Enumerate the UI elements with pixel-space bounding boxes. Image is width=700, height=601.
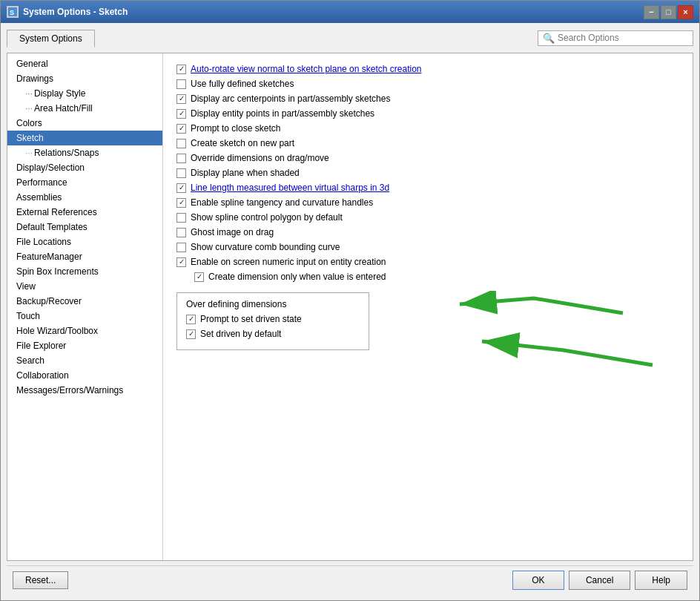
sidebar-item-search[interactable]: Search xyxy=(7,353,162,368)
close-button[interactable]: × xyxy=(678,5,693,19)
option-label-0: Auto-rotate view normal to sketch plane … xyxy=(191,64,422,74)
options-container: Auto-rotate view normal to sketch plane … xyxy=(176,64,679,282)
sidebar-item-hole-wizard[interactable]: Hole Wizard/Toolbox xyxy=(7,324,162,338)
title-bar: S System Options - Sketch − □ × xyxy=(1,1,699,23)
sidebar-item-sketch[interactable]: Sketch xyxy=(7,131,162,145)
option-checkbox-6[interactable] xyxy=(176,154,186,163)
sidebar-item-file-explorer[interactable]: File Explorer xyxy=(7,338,162,353)
option-label-11: Ghost image on drag xyxy=(191,227,274,237)
sidebar-item-drawings[interactable]: Drawings xyxy=(7,71,162,86)
option-label-4: Prompt to close sketch xyxy=(191,123,280,134)
cancel-button[interactable]: Cancel xyxy=(569,571,630,590)
option-checkbox-9[interactable] xyxy=(176,198,186,208)
option-checkbox-4[interactable] xyxy=(176,124,186,134)
search-input[interactable] xyxy=(558,33,684,43)
option-row-4: Prompt to close sketch xyxy=(176,123,679,134)
maximize-button[interactable]: □ xyxy=(661,5,676,19)
option-row-1: Use fully defined sketches xyxy=(176,79,679,89)
sidebar-item-general[interactable]: General xyxy=(7,56,162,71)
search-icon: 🔍 xyxy=(543,33,555,44)
option-row-0: Auto-rotate view normal to sketch plane … xyxy=(176,64,679,74)
main-window: S System Options - Sketch − □ × System O… xyxy=(0,0,700,601)
option-row-7: Display plane when shaded xyxy=(176,168,679,178)
option-label-2: Display arc centerpoints in part/assembl… xyxy=(191,93,390,104)
option-row-13: Enable on screen numeric input on entity… xyxy=(176,257,679,267)
sidebar-item-file-locations[interactable]: File Locations xyxy=(7,234,162,249)
title-controls: − □ × xyxy=(644,5,693,19)
option-label-13: Enable on screen numeric input on entity… xyxy=(191,257,386,267)
sidebar-item-touch[interactable]: Touch xyxy=(7,309,162,324)
option-row-12: Show curvature comb bounding curve xyxy=(176,242,679,252)
option-row-14: Create dimension only when value is ente… xyxy=(194,272,679,282)
sidebar: General Drawings ···Display Style ···Are… xyxy=(7,53,163,560)
sidebar-item-display-selection[interactable]: Display/Selection xyxy=(7,160,162,175)
search-bar: 🔍 xyxy=(538,30,693,46)
sidebar-item-feature-manager[interactable]: FeatureManager xyxy=(7,249,162,264)
over-defining-check-2[interactable] xyxy=(186,329,196,339)
option-row-5: Create sketch on new part xyxy=(176,138,679,148)
sidebar-item-collaboration[interactable]: Collaboration xyxy=(7,368,162,383)
title-bar-left: S System Options - Sketch xyxy=(7,6,128,18)
annotation-arrows xyxy=(445,291,693,439)
reset-button[interactable]: Reset... xyxy=(13,571,68,589)
sidebar-item-spin-box[interactable]: Spin Box Increments xyxy=(7,264,162,279)
option-label-6: Override dimensions on drag/move xyxy=(191,153,329,163)
option-checkbox-2[interactable] xyxy=(176,94,186,104)
option-label-8: Line length measured between virtual sha… xyxy=(191,183,389,193)
option-checkbox-1[interactable] xyxy=(176,79,186,89)
option-row-6: Override dimensions on drag/move xyxy=(176,153,679,163)
svg-text:S: S xyxy=(10,9,14,16)
over-defining-label-1: Prompt to set driven state xyxy=(200,314,302,324)
option-label-9: Enable spline tangency and curvature han… xyxy=(191,197,373,208)
main-panel: Auto-rotate view normal to sketch plane … xyxy=(163,53,693,560)
option-checkbox-5[interactable] xyxy=(176,139,186,148)
sidebar-item-area-hatch[interactable]: ···Area Hatch/Fill xyxy=(7,101,162,116)
over-defining-row-1: Prompt to set driven state xyxy=(186,314,360,324)
bottom-bar: Reset... OK Cancel Help xyxy=(7,565,693,594)
ok-button[interactable]: OK xyxy=(512,571,564,590)
option-row-10: Show spline control polygon by default xyxy=(176,212,679,223)
over-defining-section: Over defining dimensions Prompt to set d… xyxy=(176,292,369,350)
over-defining-label-2: Set driven by default xyxy=(200,329,281,339)
option-checkbox-0[interactable] xyxy=(176,65,186,74)
app-icon: S xyxy=(7,6,19,18)
sidebar-item-display-style[interactable]: ···Display Style xyxy=(7,86,162,101)
tabs-row: System Options xyxy=(7,29,95,47)
sidebar-item-relations-snaps[interactable]: ···Relations/Snaps xyxy=(7,145,162,160)
sidebar-item-messages[interactable]: Messages/Errors/Warnings xyxy=(7,383,162,398)
option-label-10: Show spline control polygon by default xyxy=(191,212,343,223)
option-checkbox-14[interactable] xyxy=(194,272,204,282)
window-title: System Options - Sketch xyxy=(23,7,128,17)
option-label-12: Show curvature comb bounding curve xyxy=(191,242,340,252)
sidebar-item-external-references[interactable]: External References xyxy=(7,205,162,220)
sidebar-item-default-templates[interactable]: Default Templates xyxy=(7,220,162,234)
option-checkbox-10[interactable] xyxy=(176,213,186,223)
option-label-7: Display plane when shaded xyxy=(191,168,300,178)
sidebar-item-colors[interactable]: Colors xyxy=(7,116,162,131)
window-body: System Options 🔍 General Drawings ···Dis… xyxy=(1,23,699,600)
option-checkbox-3[interactable] xyxy=(176,109,186,119)
option-row-9: Enable spline tangency and curvature han… xyxy=(176,197,679,208)
content-area: General Drawings ···Display Style ···Are… xyxy=(7,53,693,561)
sidebar-item-assemblies[interactable]: Assemblies xyxy=(7,190,162,205)
option-label-5: Create sketch on new part xyxy=(191,138,294,148)
action-buttons: OK Cancel Help xyxy=(512,571,687,590)
option-checkbox-13[interactable] xyxy=(176,257,186,267)
over-defining-title: Over defining dimensions xyxy=(186,299,360,309)
option-label-3: Display entity points in part/assembly s… xyxy=(191,108,374,119)
option-checkbox-12[interactable] xyxy=(176,243,186,252)
tab-system-options[interactable]: System Options xyxy=(7,30,95,47)
option-checkbox-11[interactable] xyxy=(176,228,186,237)
over-defining-check-1[interactable] xyxy=(186,315,196,324)
minimize-button[interactable]: − xyxy=(644,5,659,19)
option-checkbox-8[interactable] xyxy=(176,183,186,193)
option-label-14: Create dimension only when value is ente… xyxy=(208,272,386,282)
help-button[interactable]: Help xyxy=(635,571,687,590)
option-row-8: Line length measured between virtual sha… xyxy=(176,183,679,193)
sidebar-item-view[interactable]: View xyxy=(7,279,162,294)
option-row-11: Ghost image on drag xyxy=(176,227,679,237)
sidebar-item-backup-recover[interactable]: Backup/Recover xyxy=(7,294,162,309)
option-checkbox-7[interactable] xyxy=(176,168,186,178)
option-label-1: Use fully defined sketches xyxy=(191,79,294,89)
sidebar-item-performance[interactable]: Performance xyxy=(7,175,162,190)
